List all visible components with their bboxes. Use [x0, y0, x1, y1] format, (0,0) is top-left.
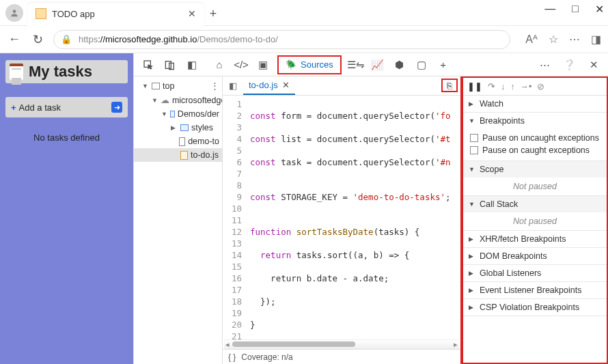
- url-protocol: https: [79, 34, 98, 44]
- add-task-label: Add a task: [19, 102, 61, 113]
- pause-caught-checkbox[interactable]: Pause on caught exceptions: [470, 144, 601, 156]
- add-task-input[interactable]: +Add a task ➜: [5, 97, 128, 117]
- tab-title: TODO app: [52, 9, 95, 19]
- plus-icon: +: [11, 102, 16, 113]
- editor-file-name: to-do.js: [249, 80, 278, 90]
- dom-breakpoints-section[interactable]: ▶DOM Breakpoints: [463, 248, 607, 264]
- favicon-icon: [36, 8, 46, 19]
- editor-file-tab[interactable]: to-do.js ✕: [243, 76, 295, 95]
- window-minimize-icon[interactable]: —: [544, 3, 555, 16]
- url-host: ://microsoftedge.github.io: [98, 34, 197, 44]
- xhr-breakpoints-section[interactable]: ▶XHR/fetch Breakpoints: [463, 231, 607, 247]
- deactivate-breakpoints-icon[interactable]: ⊘: [537, 81, 544, 92]
- scope-not-paused: Not paused: [463, 178, 607, 195]
- new-tab-button[interactable]: +: [210, 7, 217, 21]
- browser-tab[interactable]: TODO app ✕: [27, 3, 204, 26]
- welcome-tab-icon[interactable]: ⌂: [209, 55, 230, 75]
- pause-uncaught-checkbox[interactable]: Pause on uncaught exceptions: [470, 132, 601, 144]
- step-out-icon[interactable]: ↑: [510, 82, 514, 92]
- code-editor[interactable]: const form = document.querySelector('fo …: [246, 96, 460, 339]
- favorites-icon[interactable]: ☆: [549, 33, 558, 46]
- split-screen-icon[interactable]: ◨: [591, 33, 601, 46]
- tree-top[interactable]: ▼top: [134, 79, 222, 93]
- global-listeners-section[interactable]: ▶Global Listeners: [463, 265, 607, 281]
- svg-point-0: [13, 10, 16, 13]
- more-icon[interactable]: ⋯: [569, 33, 580, 46]
- callstack-not-paused: Not paused: [463, 212, 607, 230]
- window-close-icon[interactable]: ✕: [595, 3, 604, 16]
- close-devtools-icon[interactable]: ✕: [583, 55, 604, 75]
- tree-styles-folder[interactable]: ▶styles: [134, 121, 222, 135]
- close-tab-icon[interactable]: ✕: [188, 8, 196, 19]
- inspect-icon[interactable]: [138, 55, 158, 75]
- bug-icon: 🪲: [286, 59, 296, 70]
- page-title: My tasks: [29, 63, 92, 81]
- debugger-sidebar: ❚❚ ↷ ↓ ↑ →• ⊘ ▶Watch ▼Breakpoints Pause …: [462, 76, 608, 364]
- clipboard-icon: [10, 64, 23, 80]
- empty-state-text: No tasks defined: [5, 132, 128, 143]
- more-tabs-button[interactable]: +: [433, 55, 454, 75]
- network-tab-icon[interactable]: ☰⇋: [346, 55, 366, 75]
- url-path: /Demos/demo-to-do/: [197, 34, 278, 44]
- toggle-debugger-sidebar-icon[interactable]: ⎘: [441, 79, 458, 92]
- submit-task-button[interactable]: ➜: [111, 102, 122, 113]
- address-bar[interactable]: 🔒 https://microsoftedge.github.io/Demos/…: [53, 30, 510, 49]
- step-into-icon[interactable]: ↓: [501, 82, 505, 92]
- file-navigator: ⋮ ▼top ▼microsoftedge… ▼Demos/der ▶style…: [134, 76, 223, 364]
- site-lock-icon[interactable]: 🔒: [61, 34, 72, 44]
- cloud-icon: [161, 95, 169, 105]
- application-tab-icon[interactable]: ▢: [411, 55, 432, 75]
- pause-button[interactable]: ❚❚: [467, 81, 482, 92]
- tree-todo-js-file[interactable]: to-do.js: [134, 148, 222, 162]
- devtools-tabstrip: ◧ ⌂ </> ▣ 🪲 Sources ☰⇋ 📈 ⬢ ▢ + ⋯ ❔ ✕: [134, 53, 608, 76]
- tree-origin[interactable]: ▼microsoftedge…: [134, 93, 222, 107]
- todo-app-pane: My tasks +Add a task ➜ No tasks defined: [0, 53, 133, 364]
- elements-tab-icon[interactable]: </>: [231, 55, 251, 75]
- sources-tab[interactable]: 🪲 Sources: [277, 55, 342, 74]
- performance-tab-icon[interactable]: 📈: [368, 55, 388, 75]
- sources-tab-label: Sources: [301, 59, 333, 70]
- breakpoints-section[interactable]: ▼Breakpoints: [463, 113, 607, 129]
- csp-breakpoints-section[interactable]: ▶CSP Violation Breakpoints: [463, 299, 607, 316]
- profile-icon[interactable]: [5, 4, 23, 22]
- back-button[interactable]: ←: [7, 32, 22, 46]
- horizontal-scrollbar[interactable]: ◂ ▸: [224, 339, 459, 349]
- navigator-menu-icon[interactable]: ⋮: [210, 81, 219, 91]
- reading-mode-icon[interactable]: Aᴬ: [525, 33, 538, 46]
- panel-layout-icon[interactable]: ◧: [182, 55, 202, 75]
- coverage-status: Coverage: n/a: [241, 352, 292, 362]
- device-toggle-icon[interactable]: [160, 55, 180, 75]
- watch-section[interactable]: ▶Watch: [463, 96, 607, 112]
- console-tab-icon[interactable]: ▣: [253, 55, 273, 75]
- settings-more-icon[interactable]: ⋯: [534, 55, 555, 75]
- tree-demo-to-file[interactable]: demo-to: [134, 135, 222, 148]
- line-gutter: 123456789101112131415161718192021222324: [223, 96, 246, 339]
- call-stack-section[interactable]: ▼Call Stack: [463, 196, 607, 212]
- refresh-button[interactable]: ↻: [30, 32, 45, 47]
- navigator-toggle-icon[interactable]: ◧: [225, 79, 240, 93]
- scope-section[interactable]: ▼Scope: [463, 161, 607, 178]
- close-file-icon[interactable]: ✕: [282, 80, 290, 90]
- event-listener-breakpoints-section[interactable]: ▶Event Listener Breakpoints: [463, 282, 607, 298]
- tree-demos-folder[interactable]: ▼Demos/der: [134, 107, 222, 121]
- window-maximize-icon[interactable]: □: [572, 3, 579, 16]
- memory-tab-icon[interactable]: ⬢: [389, 55, 410, 75]
- help-icon[interactable]: ❔: [559, 55, 579, 75]
- step-icon[interactable]: →•: [521, 82, 532, 92]
- pretty-print-icon[interactable]: { }: [228, 352, 236, 362]
- step-over-icon[interactable]: ↷: [488, 81, 495, 92]
- svg-rect-2: [165, 61, 171, 68]
